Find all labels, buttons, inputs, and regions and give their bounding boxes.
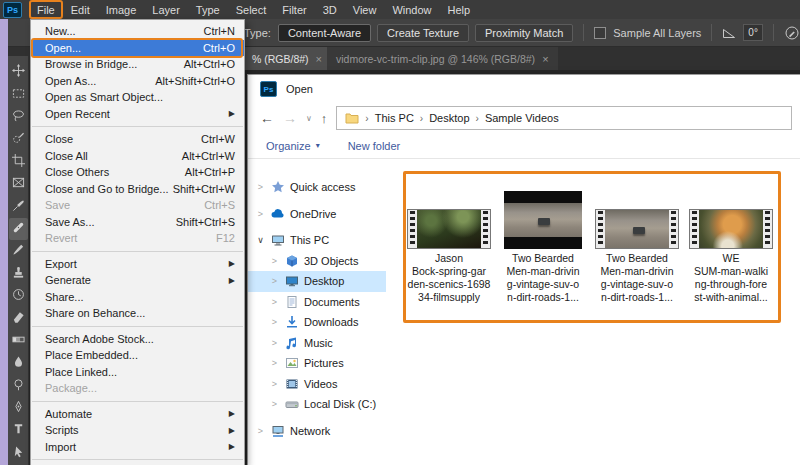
dialog-title-bar[interactable]: Ps Open [248, 75, 800, 103]
menubar-item-edit[interactable]: Edit [63, 2, 98, 18]
chevron-collapsed-icon[interactable]: > [270, 256, 279, 266]
tool-eyedropper[interactable] [9, 195, 28, 217]
address-bar[interactable]: ›This PC›Desktop›Sample Videos [336, 106, 792, 130]
content-aware-button[interactable]: Content-Aware [278, 24, 371, 42]
menubar-item-select[interactable]: Select [228, 2, 275, 18]
menu-item-close[interactable]: CloseCtrl+W [31, 131, 244, 148]
tool-crop[interactable] [9, 151, 28, 173]
menu-item-open-as-smart-object[interactable]: Open as Smart Object... [31, 89, 244, 106]
menu-item-generate[interactable]: Generate▶ [31, 272, 244, 289]
sidebar-item-this-pc[interactable]: ∨This PC [248, 230, 386, 251]
menu-item-open-recent[interactable]: Open Recent▶ [31, 106, 244, 123]
history-dropdown-icon[interactable]: ∨ [306, 114, 312, 123]
menu-item-export[interactable]: Export▶ [31, 256, 244, 273]
menubar-item-filter[interactable]: Filter [274, 2, 314, 18]
close-icon[interactable]: × [542, 53, 548, 65]
menu-item-package[interactable]: Package... [31, 380, 244, 397]
sidebar-item-videos[interactable]: >Videos [248, 374, 386, 395]
tool-quick-selection[interactable] [9, 128, 28, 150]
close-icon[interactable]: × [316, 53, 322, 65]
menubar-item-file[interactable]: File [29, 2, 63, 18]
file-item-4[interactable]: WE SUM-man-walki ng-through-fore st-with… [688, 187, 774, 304]
sidebar-item-downloads[interactable]: >Downloads [248, 312, 386, 333]
breadcrumb-this-pc[interactable]: This PC [375, 112, 414, 124]
tool-type[interactable] [9, 419, 28, 441]
chevron-collapsed-icon[interactable]: > [256, 209, 265, 219]
tool-pen[interactable] [9, 397, 28, 419]
angle-input[interactable]: 0° [743, 24, 763, 41]
menu-item-close-and-go-to-bridge[interactable]: Close and Go to Bridge...Shift+Ctrl+W [31, 181, 244, 198]
file-item-2[interactable]: Two Bearded Men-man-drivin g-vintage-suv… [500, 187, 586, 304]
tool-frame[interactable] [9, 173, 28, 195]
menu-item-scripts[interactable]: Scripts▶ [31, 422, 244, 439]
chevron-collapsed-icon[interactable]: > [270, 297, 279, 307]
chevron-collapsed-icon[interactable]: > [270, 276, 279, 286]
file-item-3[interactable]: Two Bearded Men-man-drivin g-vintage-suv… [594, 187, 680, 304]
chevron-collapsed-icon[interactable]: > [270, 379, 279, 389]
menubar-item-3d[interactable]: 3D [315, 2, 345, 18]
sidebar-item-local-disk-c[interactable]: >Local Disk (C:) [248, 394, 386, 415]
menu-item-import[interactable]: Import▶ [31, 439, 244, 456]
menubar-item-view[interactable]: View [345, 2, 385, 18]
menubar-item-layer[interactable]: Layer [144, 2, 188, 18]
menubar-item-type[interactable]: Type [188, 2, 228, 18]
sidebar-item-onedrive[interactable]: >OneDrive [248, 204, 386, 225]
tool-gradient[interactable] [9, 330, 28, 352]
menu-item-share[interactable]: Share... [31, 289, 244, 306]
menu-item-open[interactable]: Open...Ctrl+O [31, 40, 244, 57]
sidebar-item-quick-access[interactable]: >Quick access [248, 177, 386, 198]
sidebar-item-desktop[interactable]: >Desktop [248, 271, 386, 292]
chevron-collapsed-icon[interactable]: > [256, 182, 265, 192]
sidebar-item-pictures[interactable]: >Pictures [248, 353, 386, 374]
sidebar-item-documents[interactable]: >Documents [248, 292, 386, 313]
file-item-1[interactable]: Jason Bock-spring-gar den-scenics-1698 3… [406, 187, 492, 304]
tool-move[interactable] [9, 61, 28, 83]
organize-button[interactable]: Organize ▾ [266, 140, 320, 152]
menu-item-close-all[interactable]: Close AllAlt+Ctrl+W [31, 148, 244, 165]
menu-item-save-as[interactable]: Save As...Shift+Ctrl+S [31, 214, 244, 231]
chevron-collapsed-icon[interactable]: > [256, 426, 265, 436]
menu-item-place-embedded[interactable]: Place Embedded... [31, 347, 244, 364]
document-tab-1[interactable]: % (RGB/8#)× [243, 47, 331, 70]
up-arrow-icon[interactable]: ↑ [321, 111, 328, 126]
menu-item-place-linked[interactable]: Place Linked... [31, 364, 244, 381]
document-tab-2[interactable]: vidmore-vc-trim-clip.jpg @ 146% (RGB/8#)… [327, 47, 558, 70]
menubar-item-image[interactable]: Image [98, 2, 145, 18]
menu-item-open-as[interactable]: Open As...Alt+Shift+Ctrl+O [31, 73, 244, 90]
menu-item-share-on-behance[interactable]: Share on Behance... [31, 305, 244, 322]
breadcrumb-desktop[interactable]: Desktop [429, 112, 469, 124]
tablet-pressure-icon[interactable] [784, 25, 800, 41]
tool-spot-healing-brush[interactable] [9, 218, 28, 240]
breadcrumb-sample-videos[interactable]: Sample Videos [485, 112, 559, 124]
menu-item-automate[interactable]: Automate▶ [31, 406, 244, 423]
create-texture-button[interactable]: Create Texture [377, 24, 469, 42]
menubar-item-help[interactable]: Help [440, 2, 479, 18]
proximity-match-button[interactable]: Proximity Match [475, 24, 573, 42]
sidebar-item-network[interactable]: >Network [248, 421, 386, 442]
chevron-collapsed-icon[interactable]: > [270, 399, 279, 409]
chevron-collapsed-icon[interactable]: > [270, 358, 279, 368]
tool-clone-stamp[interactable] [9, 263, 28, 285]
chevron-collapsed-icon[interactable]: > [270, 338, 279, 348]
tool-marquee[interactable] [9, 83, 28, 105]
new-folder-button[interactable]: New folder [348, 140, 401, 152]
tool-path-selection[interactable] [9, 442, 28, 464]
tool-lasso[interactable] [9, 106, 28, 128]
back-arrow-icon[interactable]: ← [260, 110, 274, 126]
sidebar-item-music[interactable]: >Music [248, 333, 386, 354]
tool-brush[interactable] [9, 240, 28, 262]
tool-history-brush[interactable] [9, 285, 28, 307]
tool-blur[interactable] [9, 352, 28, 374]
forward-arrow-icon[interactable]: → [283, 110, 297, 126]
menu-item-browse-in-bridge[interactable]: Browse in Bridge...Alt+Ctrl+O [31, 56, 244, 73]
chevron-collapsed-icon[interactable]: > [270, 317, 279, 327]
tool-dodge[interactable] [9, 374, 28, 396]
menu-item-new[interactable]: New...Ctrl+N [31, 23, 244, 40]
menu-item-close-others[interactable]: Close OthersAlt+Ctrl+P [31, 164, 244, 181]
sample-all-layers-checkbox[interactable] [594, 27, 606, 39]
menu-item-search-adobe-stock[interactable]: Search Adobe Stock... [31, 331, 244, 348]
sidebar-item-3d-objects[interactable]: >3D Objects [248, 251, 386, 272]
menu-item-save[interactable]: SaveCtrl+S [31, 197, 244, 214]
chevron-expanded-icon[interactable]: ∨ [256, 235, 265, 245]
menu-item-revert[interactable]: RevertF12 [31, 230, 244, 247]
